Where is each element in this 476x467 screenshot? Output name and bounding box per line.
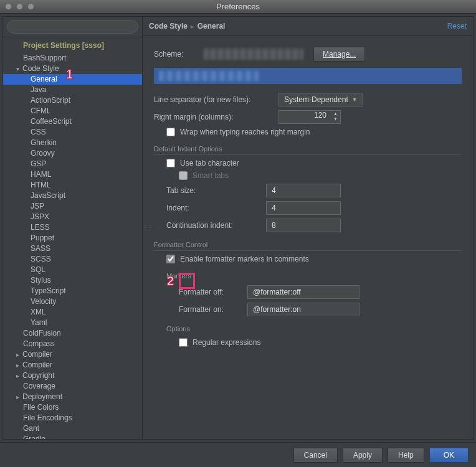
tab-strip[interactable] [154, 68, 462, 84]
breadcrumb-separator-icon: ▸ [191, 23, 194, 30]
sidebar-item-jspx[interactable]: JSPX [3, 212, 142, 222]
indent-input[interactable] [266, 201, 341, 215]
sidebar-item-java[interactable]: Java [3, 85, 142, 95]
sidebar-item-puppet[interactable]: Puppet [3, 233, 142, 243]
tab-size-input[interactable] [266, 184, 341, 197]
reset-link[interactable]: Reset [447, 22, 467, 31]
project-settings-header: Project Settings [ssso] [3, 40, 142, 53]
markers-group-label: Markers [154, 272, 462, 281]
use-tab-checkbox[interactable]: Use tab character [166, 159, 239, 167]
content: Scheme: Manage... Line separator (for ne… [143, 35, 473, 439]
sidebar-item-gant[interactable]: Gant [3, 423, 142, 434]
formatter-off-input[interactable] [247, 285, 359, 299]
formatter-on-label: Formatter on: [179, 305, 247, 314]
sidebar-item-jsp[interactable]: JSP [3, 201, 142, 212]
spinner-arrows-icon[interactable]: ▲▼ [333, 111, 338, 121]
wrap-label: Wrap when typing reaches right margin [180, 128, 310, 136]
indent-label: Indent: [166, 204, 266, 212]
enable-markers-label: Enable formatter markers in comments [180, 255, 309, 263]
sidebar-item-gsp[interactable]: GSP [3, 159, 142, 169]
sidebar-item-coverage[interactable]: Coverage [3, 381, 142, 392]
continuation-indent-input[interactable] [266, 219, 341, 232]
continuation-indent-label: Continuation indent: [166, 221, 266, 230]
sidebar-item-gherkin[interactable]: Gherkin [3, 138, 142, 148]
right-margin-spinner[interactable]: 120 ▲▼ [278, 110, 341, 124]
enable-markers-checkbox[interactable]: Enable formatter markers in comments [166, 255, 309, 263]
wrap-checkbox[interactable]: Wrap when typing reaches right margin [166, 128, 310, 136]
sidebar-item-typescript[interactable]: TypeScript [3, 286, 142, 296]
sidebar-item-velocity[interactable]: Velocity [3, 296, 142, 307]
sidebar-item-file-encodings[interactable]: File Encodings [3, 413, 142, 423]
sidebar-item-gradle[interactable]: Gradle [3, 434, 142, 439]
search-wrap: 🔍 [3, 17, 142, 37]
smart-tabs-checkbox-input [179, 171, 188, 180]
breadcrumb-root[interactable]: Code Style [149, 22, 188, 31]
regex-checkbox[interactable]: Regular expressions [179, 338, 260, 347]
sidebar-item-sass[interactable]: SASS [3, 243, 142, 254]
sidebar-item-xml[interactable]: XML [3, 307, 142, 318]
sidebar-item-javascript[interactable]: JavaScript [3, 191, 142, 201]
scheme-label: Scheme: [154, 50, 204, 59]
sidebar-item-bashsupport[interactable]: BashSupport [3, 53, 142, 64]
sidebar-item-cfml[interactable]: CFML [3, 106, 142, 116]
sidebar-item-less[interactable]: LESS [3, 222, 142, 233]
use-tab-label: Use tab character [180, 159, 239, 167]
regex-label: Regular expressions [193, 338, 260, 347]
sidebar-item-yaml[interactable]: Yaml [3, 318, 142, 328]
sidebar-item-code-style[interactable]: Code Style [3, 64, 142, 74]
cancel-button[interactable]: Cancel [293, 448, 338, 463]
settings-tree[interactable]: Project Settings [ssso]BashSupportCode S… [3, 37, 142, 439]
sidebar-item-coffeescript[interactable]: CoffeeScript [3, 116, 142, 127]
formatter-group-label: Formatter Control [154, 241, 462, 251]
sidebar-item-sql[interactable]: SQL [3, 265, 142, 275]
window-body: 🔍 Project Settings [ssso]BashSupportCode… [2, 16, 474, 440]
help-button[interactable]: Help [388, 448, 424, 463]
titlebar: Preferences [0, 0, 476, 14]
indent-group-label: Default Indent Options [154, 145, 462, 155]
sidebar: 🔍 Project Settings [ssso]BashSupportCode… [3, 17, 143, 439]
sidebar-item-actionscript[interactable]: ActionScript [3, 95, 142, 106]
enable-markers-checkbox-input[interactable] [166, 255, 175, 263]
smart-tabs-label: Smart tabs [193, 171, 229, 180]
breadcrumb: Code Style ▸ General Reset [143, 17, 473, 35]
sidebar-item-copyright[interactable]: Copyright [3, 370, 142, 381]
window-title: Preferences [0, 2, 476, 11]
apply-button[interactable]: Apply [343, 448, 383, 463]
main-panel: Code Style ▸ General Reset Scheme: Manag… [143, 17, 473, 439]
sidebar-item-stylus[interactable]: Stylus [3, 275, 142, 286]
manage-button[interactable]: Manage... [313, 47, 365, 62]
use-tab-checkbox-input[interactable] [166, 159, 175, 167]
ok-button[interactable]: OK [429, 448, 469, 463]
tab-size-label: Tab size: [166, 186, 266, 195]
options-group-label: Options [154, 325, 462, 334]
sidebar-item-html[interactable]: HTML [3, 180, 142, 191]
right-margin-value: 120 [314, 111, 326, 120]
sidebar-item-coldfusion[interactable]: ColdFusion [3, 328, 142, 339]
chevron-down-icon: ▼ [352, 97, 358, 103]
regex-checkbox-input[interactable] [179, 338, 188, 347]
line-separator-value: System-Dependent [284, 95, 348, 104]
sidebar-item-compass[interactable]: Compass [3, 339, 142, 349]
search-input[interactable] [7, 20, 138, 34]
sidebar-item-compiler[interactable]: Compiler [3, 349, 142, 360]
scheme-value[interactable] [204, 49, 303, 60]
sidebar-item-scss[interactable]: SCSS [3, 254, 142, 265]
wrap-checkbox-input[interactable] [166, 128, 175, 136]
sidebar-item-haml[interactable]: HAML [3, 169, 142, 180]
breadcrumb-leaf: General [198, 22, 226, 31]
sidebar-item-groovy[interactable]: Groovy [3, 148, 142, 159]
line-separator-label: Line separator (for new files): [154, 95, 278, 104]
smart-tabs-checkbox[interactable]: Smart tabs [179, 171, 229, 180]
formatter-on-input[interactable] [247, 303, 359, 316]
sidebar-item-deployment[interactable]: Deployment [3, 392, 142, 402]
sidebar-item-css[interactable]: CSS [3, 127, 142, 138]
right-margin-label: Right margin (columns): [154, 113, 278, 121]
line-separator-combo[interactable]: System-Dependent ▼ [278, 93, 363, 106]
formatter-off-label: Formatter off: [179, 288, 247, 296]
dialog-footer: Cancel Apply Help OK [0, 442, 476, 467]
sidebar-item-general[interactable]: General [3, 74, 142, 85]
sidebar-item-file-colors[interactable]: File Colors [3, 402, 142, 413]
sidebar-item-compiler[interactable]: Compiler [3, 360, 142, 370]
